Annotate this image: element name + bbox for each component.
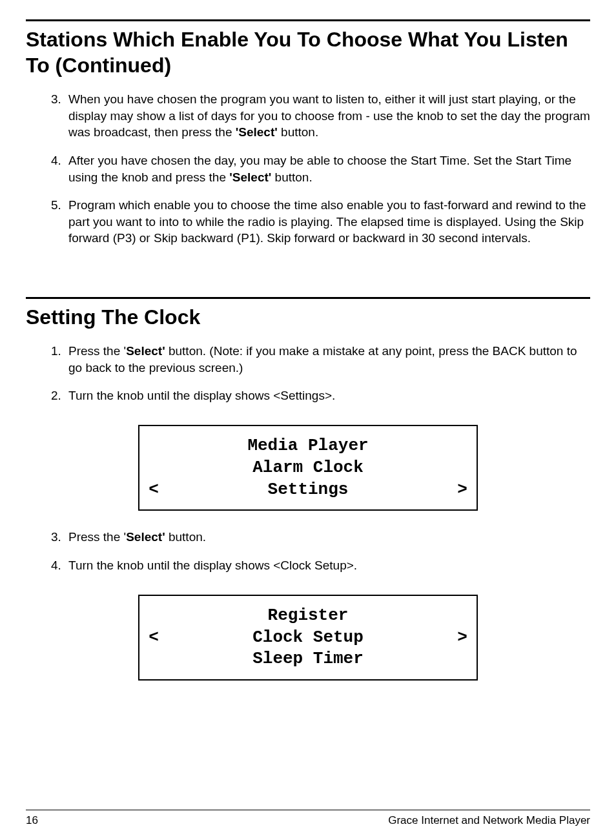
bold-select: 'Select' — [229, 170, 271, 184]
list-text: button. — [278, 125, 318, 139]
document-page: Stations Which Enable You To Choose What… — [0, 0, 616, 840]
list-text: After you have chosen the day, you may b… — [68, 154, 571, 184]
list-text: Press the ' — [68, 344, 126, 358]
list-item: Program which enable you to choose the t… — [65, 197, 590, 247]
stations-list: When you have chosen the program you wan… — [26, 91, 590, 258]
section-rule — [26, 297, 590, 299]
list-text: Program which enable you to choose the t… — [68, 198, 586, 245]
display-selected-row: < Settings > — [143, 479, 473, 501]
bold-select: Select' — [126, 530, 165, 544]
clock-list-cont: Press the 'Select' button. Turn the knob… — [26, 529, 590, 585]
section-heading-stations: Stations Which Enable You To Choose What… — [26, 26, 590, 78]
spacer — [26, 258, 590, 297]
list-text: When you have chosen the program you wan… — [68, 92, 590, 139]
display-line: Sleep Timer — [143, 648, 473, 670]
page-number: 16 — [26, 814, 38, 827]
bold-select: 'Select' — [236, 125, 278, 139]
chevron-right-icon: > — [455, 479, 470, 501]
list-text: Turn the knob until the display shows <S… — [68, 389, 335, 402]
list-item: When you have chosen the program you wan… — [65, 91, 590, 141]
list-text: Turn the knob until the display shows <C… — [68, 558, 357, 572]
display-selected: Settings — [161, 479, 455, 501]
list-item: Turn the knob until the display shows <S… — [65, 387, 590, 404]
display-line: Register — [143, 605, 473, 627]
display-line: Media Player — [143, 435, 473, 457]
section-rule — [26, 19, 590, 21]
display-selected-row: < Clock Setup > — [143, 627, 473, 649]
list-text: Press the ' — [68, 530, 126, 544]
clock-list: Press the 'Select' button. (Note: if you… — [26, 343, 590, 416]
list-item: Turn the knob until the display shows <C… — [65, 557, 590, 574]
list-item: Press the 'Select' button. (Note: if you… — [65, 343, 590, 376]
bold-select: Select' — [126, 344, 165, 358]
list-text: button. — [165, 530, 206, 544]
footer-title: Grace Internet and Network Media Player — [388, 814, 590, 827]
display-settings: Media Player Alarm Clock < Settings > — [138, 425, 478, 511]
display-clock-setup: Register < Clock Setup > Sleep Timer — [138, 595, 478, 681]
display-line: Alarm Clock — [143, 457, 473, 479]
chevron-left-icon: < — [146, 627, 161, 649]
list-item: After you have chosen the day, you may b… — [65, 152, 590, 185]
page-footer: 16 Grace Internet and Network Media Play… — [26, 810, 590, 827]
list-item: Press the 'Select' button. — [65, 529, 590, 546]
section-heading-clock: Setting The Clock — [26, 304, 590, 330]
chevron-right-icon: > — [455, 627, 470, 649]
chevron-left-icon: < — [146, 479, 161, 501]
list-text: button. — [271, 170, 312, 184]
display-selected: Clock Setup — [161, 627, 455, 649]
